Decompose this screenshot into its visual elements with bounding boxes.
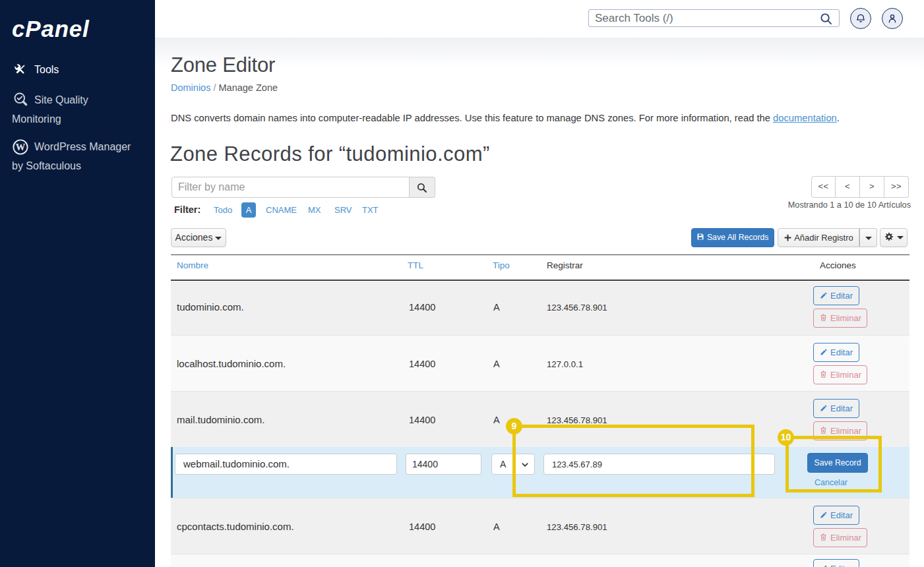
svg-text:W: W [16, 142, 26, 152]
